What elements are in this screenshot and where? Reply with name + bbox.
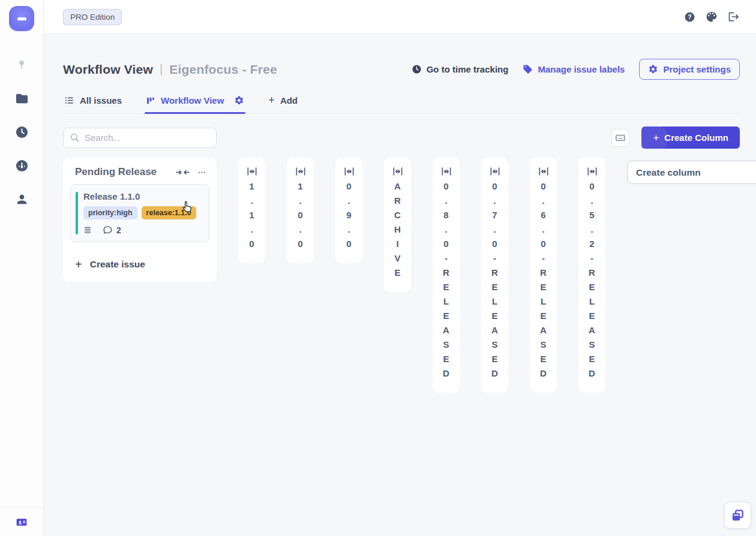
tab-workflow-view[interactable]: Workflow View xyxy=(145,95,245,113)
expand-column-icon[interactable] xyxy=(343,165,355,177)
time-tracking-label: Go to time tracking xyxy=(427,64,509,74)
time-tracking-link[interactable]: Go to time tracking xyxy=(412,64,509,74)
tab-label: Workflow View xyxy=(161,95,224,106)
boards-icon xyxy=(731,508,745,522)
plus-icon: + xyxy=(75,258,82,270)
tag-icon xyxy=(523,64,533,74)
list-icon xyxy=(64,95,74,106)
expand-column-icon[interactable] xyxy=(392,165,404,177)
card-labels: priority:highrelease:1.1.0 xyxy=(83,206,202,219)
title-divider: | xyxy=(160,62,163,76)
collapsed-column-title: 0.5.2-RELEASED xyxy=(589,179,595,381)
pro-edition-badge: PRO Edition xyxy=(63,9,122,25)
collapse-column-icon[interactable] xyxy=(176,168,190,177)
plus-icon: + xyxy=(268,95,275,106)
tab-label: Add xyxy=(280,95,298,106)
create-column-input[interactable]: Create column xyxy=(627,161,756,184)
issue-title: Release 1.1.0 xyxy=(83,191,202,201)
app-logo[interactable] xyxy=(9,6,34,31)
search-input[interactable] xyxy=(85,133,210,143)
issue-card[interactable]: Release 1.1.0 priority:highrelease:1.1.0… xyxy=(70,184,209,242)
collapsed-column-title: 1.1.0 xyxy=(249,179,254,251)
main-content: Workflow View | Eigenfocus - Free Go to … xyxy=(44,34,756,536)
collapsed-column-title: 0.8.0-RELEASED xyxy=(443,179,449,381)
collapsed-column[interactable]: 0.9.0 xyxy=(335,158,362,263)
expand-column-icon[interactable] xyxy=(246,165,258,177)
help-icon[interactable]: ? xyxy=(684,11,695,23)
project-settings-label: Project settings xyxy=(663,64,731,74)
expand-column-icon[interactable] xyxy=(489,165,501,177)
comment-icon xyxy=(103,225,113,235)
description-icon xyxy=(83,225,93,235)
collapsed-column[interactable]: ARCHIVE xyxy=(384,158,411,292)
collapsed-column[interactable]: 1.1.0 xyxy=(238,158,265,263)
issue-label: release:1.1.0 xyxy=(142,206,196,219)
column-pending-release: Pending Release Release 1.1.0 priority:h… xyxy=(63,158,217,282)
collapsed-column-title: 1.0.0 xyxy=(298,179,302,251)
manage-labels-link[interactable]: Manage issue labels xyxy=(523,64,625,74)
tab-add-view[interactable]: + Add xyxy=(267,95,299,113)
collapsed-column[interactable]: 0.8.0-RELEASED xyxy=(433,158,460,393)
board-toolbar: + Create Column xyxy=(63,127,740,149)
comment-count: 2 xyxy=(116,225,121,235)
id-card-icon[interactable] xyxy=(16,516,28,528)
gear-icon xyxy=(648,64,658,74)
gauge-icon[interactable] xyxy=(15,159,29,173)
collapsed-column[interactable]: 1.0.0 xyxy=(287,158,314,263)
page-title: Workflow View xyxy=(63,62,153,77)
tab-bar: All issues Workflow View + Add xyxy=(63,95,740,114)
keyboard-shortcuts-button[interactable] xyxy=(611,129,629,147)
folder-icon[interactable] xyxy=(15,92,29,106)
sidebar xyxy=(0,0,44,536)
expand-column-icon[interactable] xyxy=(440,165,452,177)
collapsed-column[interactable]: 0.7.0-RELEASED xyxy=(481,158,508,393)
search-box xyxy=(63,128,217,148)
plus-icon: + xyxy=(653,133,659,143)
palette-icon[interactable] xyxy=(706,11,718,23)
tab-all-issues[interactable]: All issues xyxy=(63,95,123,113)
issue-accent-bar xyxy=(76,192,78,234)
project-settings-button[interactable]: Project settings xyxy=(639,59,740,80)
project-name: Eigenfocus - Free xyxy=(169,62,277,77)
issue-label: priority:high xyxy=(83,206,137,219)
clock-icon[interactable] xyxy=(15,125,29,139)
expand-column-icon[interactable] xyxy=(295,165,307,177)
view-settings-gear-icon[interactable] xyxy=(234,95,244,106)
column-title: Pending Release xyxy=(75,166,157,178)
create-issue-label: Create issue xyxy=(90,259,145,270)
expand-column-icon[interactable] xyxy=(586,165,598,177)
manage-labels-label: Manage issue labels xyxy=(538,64,625,74)
collapsed-column[interactable]: 0.6.0-RELEASED xyxy=(530,158,557,393)
more-menu-icon[interactable] xyxy=(197,168,207,177)
svg-text:?: ? xyxy=(688,14,691,20)
board: Pending Release Release 1.1.0 priority:h… xyxy=(63,158,756,393)
kanban-icon xyxy=(146,96,155,106)
collapsed-column-title: 0.6.0-RELEASED xyxy=(540,179,547,381)
collapsed-column-title: ARCHIVE xyxy=(394,179,401,280)
clock-icon xyxy=(412,64,422,74)
create-column-button[interactable]: + Create Column xyxy=(641,127,740,149)
create-issue-button[interactable]: + Create issue xyxy=(70,258,209,273)
keyboard-icon xyxy=(615,133,626,143)
collapsed-column-title: 0.7.0-RELEASED xyxy=(491,179,498,381)
collapsed-column[interactable]: 0.5.2-RELEASED xyxy=(578,158,605,393)
person-icon[interactable] xyxy=(15,192,29,206)
page-header: Workflow View | Eigenfocus - Free Go to … xyxy=(63,59,740,80)
expand-column-icon[interactable] xyxy=(538,165,550,177)
search-icon xyxy=(70,133,80,143)
topbar: PRO Edition ? xyxy=(44,0,756,34)
boards-floating-button[interactable] xyxy=(724,502,751,529)
logout-icon[interactable] xyxy=(728,11,740,23)
create-column-button-label: Create Column xyxy=(664,133,728,143)
tab-label: All issues xyxy=(80,95,122,106)
collapsed-column-title: 0.9.0 xyxy=(346,179,351,251)
pin-icon[interactable] xyxy=(15,59,28,72)
